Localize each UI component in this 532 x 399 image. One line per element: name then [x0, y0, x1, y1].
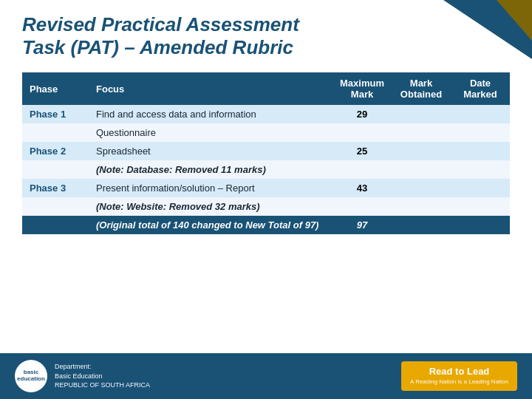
date-marked-cell	[451, 216, 510, 234]
phase-cell	[22, 123, 89, 142]
table-row: (Original total of 140 changed to New To…	[22, 216, 510, 234]
table-row: (Note: Database: Removed 11 marks)	[22, 160, 510, 179]
col-header-mark-obtained: Mark Obtained	[392, 72, 451, 105]
table-row: Phase 2Spreadsheet25	[22, 142, 510, 160]
date-marked-cell	[451, 105, 510, 123]
table-row: Questionnaire	[22, 123, 510, 142]
table-row: (Note: Website: Removed 32 marks)	[22, 197, 510, 216]
focus-cell: (Note: Website: Removed 32 marks)	[89, 197, 332, 216]
phase-cell	[22, 197, 89, 216]
col-header-date-marked: Date Marked	[451, 72, 510, 105]
focus-cell: (Original total of 140 changed to New To…	[89, 216, 332, 234]
focus-cell: Find and access data and information	[89, 105, 332, 123]
focus-cell: Present information/solution – Report	[89, 179, 332, 197]
header: Revised Practical Assessment Task (PAT) …	[0, 0, 532, 66]
mark-obtained-cell	[392, 105, 451, 123]
phase-cell: Phase 3	[22, 179, 89, 197]
mark-obtained-cell	[392, 142, 451, 160]
phase-cell	[22, 160, 89, 179]
mark-obtained-cell	[392, 123, 451, 142]
rubric-table: Phase Focus Maximum Mark Mark Obtained D…	[22, 72, 510, 234]
read-to-lead-badge: Read to Lead A Reading Nation is a Leadi…	[401, 361, 517, 390]
mark-obtained-cell	[392, 160, 451, 179]
date-marked-cell	[451, 160, 510, 179]
max-mark-cell: 97	[332, 216, 392, 234]
max-mark-cell	[332, 160, 392, 179]
date-marked-cell	[451, 179, 510, 197]
focus-cell: Spreadsheet	[89, 142, 332, 160]
mark-obtained-cell	[392, 216, 451, 234]
table-header-row: Phase Focus Maximum Mark Mark Obtained D…	[22, 72, 510, 105]
footer-department-text: Department: Basic Education REPUBLIC OF …	[55, 362, 150, 390]
mark-obtained-cell	[392, 197, 451, 216]
max-mark-cell: 43	[332, 179, 392, 197]
date-marked-cell	[451, 197, 510, 216]
table-row: Phase 1Find and access data and informat…	[22, 105, 510, 123]
phase-cell	[22, 216, 89, 234]
max-mark-cell: 25	[332, 142, 392, 160]
col-header-phase: Phase	[22, 72, 89, 105]
mark-obtained-cell	[392, 179, 451, 197]
rubric-table-container: Phase Focus Maximum Mark Mark Obtained D…	[0, 72, 532, 234]
col-header-max-mark: Maximum Mark	[332, 72, 392, 105]
footer-left: basic education Department: Basic Educat…	[15, 360, 150, 392]
page-title: Revised Practical Assessment Task (PAT) …	[22, 13, 510, 59]
table-row: Phase 3Present information/solution – Re…	[22, 179, 510, 197]
col-header-focus: Focus	[89, 72, 332, 105]
date-marked-cell	[451, 142, 510, 160]
max-mark-cell	[332, 197, 392, 216]
footer: basic education Department: Basic Educat…	[0, 353, 532, 399]
max-mark-cell: 29	[332, 105, 392, 123]
phase-cell: Phase 1	[22, 105, 89, 123]
focus-cell: Questionnaire	[89, 123, 332, 142]
max-mark-cell	[332, 123, 392, 142]
focus-cell: (Note: Database: Removed 11 marks)	[89, 160, 332, 179]
education-logo: basic education	[15, 360, 47, 392]
phase-cell: Phase 2	[22, 142, 89, 160]
date-marked-cell	[451, 123, 510, 142]
footer-right: Read to Lead A Reading Nation is a Leadi…	[401, 361, 517, 390]
